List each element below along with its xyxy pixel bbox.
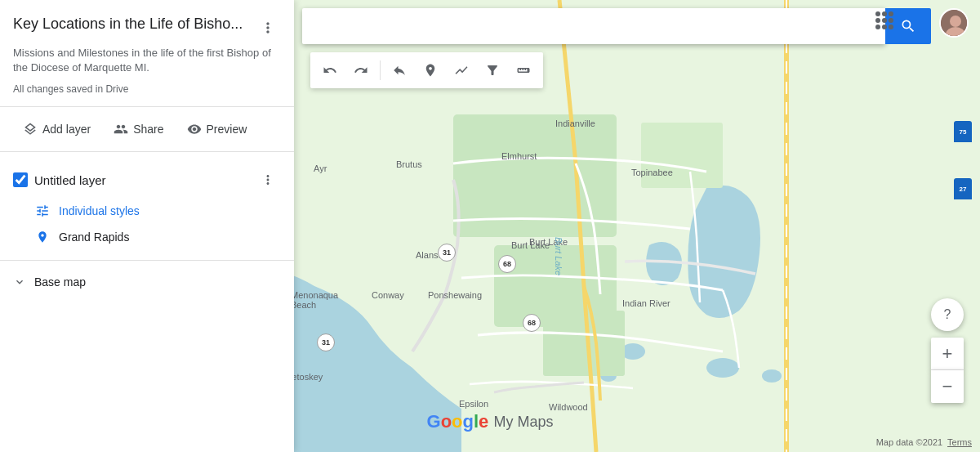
grand-rapids-label: Grand Rapids (59, 230, 129, 244)
zoom-in-button[interactable]: + (931, 338, 964, 370)
filter-icon (485, 63, 500, 78)
base-map-header[interactable]: Base map (0, 269, 294, 295)
person-icon: ? (944, 307, 951, 322)
grid-dot (882, 25, 887, 29)
preview-label: Preview (207, 123, 247, 136)
layer-name: Untitled layer (34, 173, 106, 187)
undo-icon (323, 63, 337, 78)
map-description: Missions and Milestones in the life of t… (13, 46, 281, 75)
map-tools (310, 52, 543, 88)
filter-button[interactable] (478, 56, 507, 85)
base-map-icon (13, 275, 26, 289)
avatar[interactable] (939, 8, 969, 38)
grand-rapids-item[interactable]: Grand Rapids (0, 224, 294, 250)
sidebar-actions: Add layer Share Preview (0, 107, 294, 152)
top-toolbar (302, 8, 931, 44)
layer-checkbox[interactable] (13, 172, 28, 187)
measure-button[interactable] (509, 56, 538, 85)
share-label: Share (133, 123, 163, 136)
zoom-out-button[interactable]: − (931, 370, 964, 403)
search-icon (900, 18, 916, 34)
redo-button[interactable] (346, 56, 376, 85)
style-icon (34, 203, 51, 219)
marker-button[interactable] (416, 56, 445, 85)
undo-button[interactable] (315, 56, 345, 85)
map-attribution: Map data ©2021 Terms (876, 437, 972, 447)
redo-icon (354, 63, 368, 78)
title-row: Key Locations in the Life of Bisho... (13, 15, 281, 41)
save-status: All changes saved in Drive (13, 83, 281, 95)
individual-styles-item[interactable]: Individual styles (0, 198, 294, 224)
grid-dot (889, 18, 893, 23)
pan-icon (392, 63, 407, 78)
individual-styles-label: Individual styles (59, 204, 140, 217)
layer-header: Untitled layer (0, 162, 294, 198)
grid-icon[interactable] (875, 11, 893, 29)
preview-button[interactable]: Preview (177, 115, 257, 143)
layers-section: Untitled layer Individual styles (0, 152, 294, 260)
grid-dot (889, 11, 893, 16)
more-options-button[interactable] (255, 15, 281, 41)
road-badge-68-south: 68 (523, 314, 541, 332)
street-view-button[interactable]: ? (931, 298, 964, 331)
grid-dot (875, 18, 880, 23)
grid-dot (875, 25, 880, 29)
base-map-section: Base map (0, 260, 294, 303)
marker-icon (423, 63, 438, 78)
add-layer-label: Add layer (42, 123, 91, 136)
grid-dot (882, 11, 887, 16)
svg-point-4 (762, 369, 782, 383)
grid-dot (882, 18, 887, 23)
highway-75-badge: 75 (954, 121, 972, 142)
grid-dot (875, 11, 880, 16)
sidebar-header: Key Locations in the Life of Bisho... Mi… (0, 0, 294, 107)
pan-button[interactable] (385, 56, 414, 85)
search-input[interactable] (302, 8, 885, 44)
zoom-controls: + − (931, 338, 964, 403)
sidebar: Key Locations in the Life of Bisho... Mi… (0, 0, 294, 452)
layer-header-left: Untitled layer (13, 172, 106, 187)
share-button[interactable]: Share (104, 115, 173, 143)
svg-rect-8 (543, 311, 625, 376)
layer-more-icon (261, 172, 275, 187)
add-layer-icon (23, 122, 38, 136)
layer-more-button[interactable] (255, 167, 281, 193)
google-logo: Google My Maps (427, 411, 554, 432)
tool-divider-1 (380, 60, 381, 80)
share-icon (114, 122, 128, 136)
svg-point-3 (706, 358, 739, 378)
map-title: Key Locations in the Life of Bisho... (13, 15, 248, 34)
line-button[interactable] (447, 56, 476, 85)
pin-icon (34, 229, 51, 245)
more-vert-icon (260, 20, 276, 36)
highway-27-badge: 27 (954, 178, 972, 199)
road-badge-31-alanson: 31 (438, 244, 456, 262)
grid-dot (889, 25, 893, 29)
road-badge-68: 68 (498, 255, 516, 273)
base-map-label: Base map (34, 275, 86, 289)
svg-point-12 (950, 16, 961, 27)
svg-rect-7 (641, 123, 723, 188)
preview-icon (187, 122, 202, 136)
measure-icon (516, 63, 531, 78)
add-layer-button[interactable]: Add layer (13, 115, 100, 143)
road-badge-31-main: 31 (317, 333, 335, 351)
line-icon (454, 63, 469, 78)
